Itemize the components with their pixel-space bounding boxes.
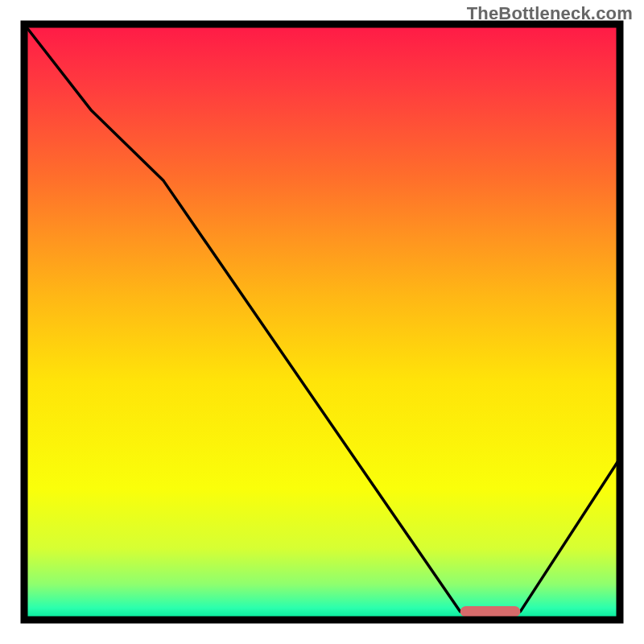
plot-background — [24, 24, 620, 620]
optimal-range-marker — [460, 606, 521, 617]
bottleneck-chart — [0, 0, 644, 644]
chart-container: TheBottleneck.com — [0, 0, 644, 644]
watermark-label: TheBottleneck.com — [467, 3, 633, 24]
